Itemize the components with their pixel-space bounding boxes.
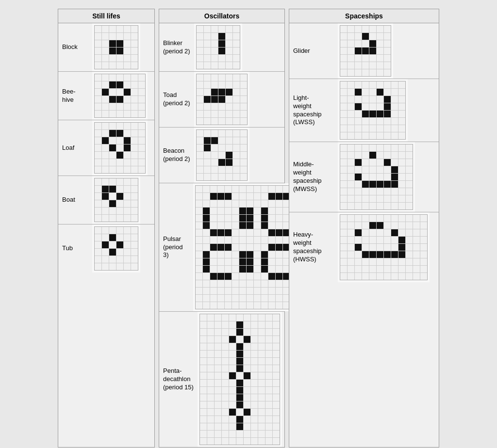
grid-cell [203,208,210,214]
still-lifes-header: Still lifes [58,9,154,23]
grid-cell [258,416,265,423]
grid-cell [131,234,138,241]
grid-cell [384,103,391,110]
grid-cell [200,314,207,321]
grid-cell [203,229,210,236]
grid-cell [340,258,347,265]
grid-cell [247,244,253,251]
grid-cell [233,174,240,180]
grid-cell [377,62,383,69]
grid-cell [236,423,243,430]
grid-cell [247,186,253,192]
grid-cell [420,237,427,243]
grid-cell [215,394,221,401]
grid-cell [204,81,211,88]
grid-cell [204,48,211,54]
grid-cell [239,200,246,207]
grid-cell [377,203,383,209]
grid-cell [217,251,224,258]
grid-cell [196,208,202,214]
grid-cell [109,186,116,192]
grid-cell [210,302,217,309]
grid-cell [268,193,275,200]
grid-cell [362,203,369,209]
grid-cell [197,26,203,32]
grid-cell [276,186,282,192]
grid-container [338,79,408,142]
grid-cell [240,81,247,88]
grid-cell [116,48,123,54]
grid-cell [240,130,247,137]
grid-cell [131,152,138,159]
grid-cell [102,81,109,88]
grid-cell [273,431,280,437]
grid-cell [239,208,246,214]
grid-cell [273,401,280,408]
grid-cell [348,103,354,110]
grid-cell [384,111,391,117]
grid-cell [391,273,398,280]
pattern-row: Tub [58,224,154,272]
grid-cell [218,130,225,137]
grid-cell [102,178,109,185]
grid-cell [116,26,123,32]
pattern-grid [94,74,146,118]
grid-cell [398,181,405,188]
grid-cell [276,273,282,280]
grid-cell [244,372,250,379]
oscillators-patterns: Blinker (period 2)Toad (period 2)Beacon … [159,23,284,447]
grid-cell [398,258,405,265]
grid-cell [240,137,247,144]
grid-cell [362,266,369,272]
grid-cell [225,273,232,280]
grid-cell [211,74,218,81]
grid-cell [203,186,210,192]
grid-cell [348,181,354,188]
grid-cell [116,263,123,270]
grid-cell [276,208,282,214]
grid-cell [355,96,362,103]
grid-cell [340,132,347,139]
grid-cell [265,409,272,416]
grid-cell [348,195,354,202]
grid-container [198,312,282,447]
grid-cell [203,215,210,222]
grid-cell [384,159,391,166]
grid-cell [218,152,225,159]
grid-cell [236,416,243,423]
grid-cell [348,40,354,47]
grid-cell [398,96,405,103]
grid-cell [355,152,362,159]
grid-container [338,212,430,282]
grid-cell [229,394,236,401]
grid-cell [265,321,272,328]
grid-cell [232,295,239,302]
grid-cell [369,103,376,110]
grid-cell [95,241,101,248]
grid-cell [95,74,101,81]
grid-cell [131,55,138,62]
grid-cell [265,387,272,394]
grid-cell [413,237,420,243]
grid-cell [340,273,347,280]
grid-cell [204,144,211,151]
grid-cell [369,152,376,159]
pattern-row: Pulsar (period 3) [159,183,284,312]
grid-cell [244,351,250,357]
grid-cell [258,351,265,357]
pattern-grid [94,122,146,174]
grid-cell [109,193,116,200]
grid-cell [200,401,207,408]
grid-cell [196,229,202,236]
grid-cell [95,208,101,214]
grid-cell [116,103,123,110]
grid-cell [95,159,101,166]
grid-cell [138,111,145,117]
grid-cell [340,81,347,88]
grid-cell [109,96,116,103]
grid-cell [384,69,391,76]
pattern-label: Heavy- weight spaceship (HWSS) [289,228,338,267]
grid-cell [384,132,391,139]
grid-cell [222,387,229,394]
grid-cell [95,40,101,47]
